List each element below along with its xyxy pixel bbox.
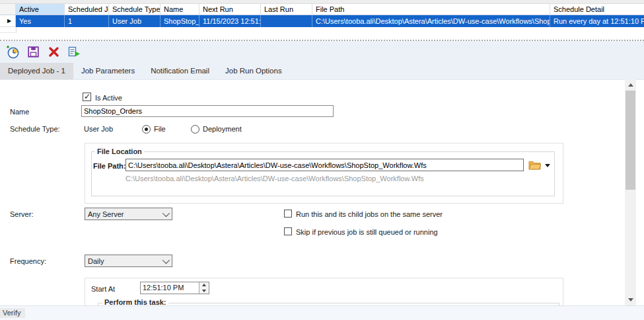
- cell-file-path: C:\Users\tooba.ali\Desktop\Astera\Articl…: [312, 15, 550, 27]
- cell-scheduled-job-id: 1: [65, 15, 109, 27]
- column-header-name[interactable]: Name: [161, 4, 199, 15]
- server-dropdown-value: Any Server: [88, 210, 124, 218]
- browse-dropdown-arrow-icon[interactable]: [545, 164, 550, 167]
- scheduled-jobs-grid: Active Scheduled Job Id Schedule Type Na…: [0, 0, 644, 40]
- scrollbar-down-arrow-icon[interactable]: [625, 294, 636, 305]
- column-header-active[interactable]: Active: [16, 4, 65, 15]
- delete-icon[interactable]: [46, 45, 61, 60]
- column-header-last-run[interactable]: Last Run: [261, 4, 312, 15]
- deployment-radio[interactable]: [191, 125, 199, 134]
- cell-last-run: [261, 15, 312, 27]
- vertical-scrollbar[interactable]: [625, 79, 636, 305]
- verify-status-label: Verify: [0, 308, 25, 318]
- spinner-down-button[interactable]: [199, 288, 209, 294]
- column-header-schedule-type[interactable]: Schedule Type: [109, 4, 161, 15]
- skip-if-queued-checkbox[interactable]: [284, 227, 292, 235]
- column-header-schedule-detail[interactable]: Schedule Detail: [550, 4, 644, 15]
- grid-empty-row-stub: [0, 27, 17, 33]
- file-path-input[interactable]: [125, 159, 524, 171]
- column-header-file-path[interactable]: File Path: [312, 4, 550, 15]
- spinner-up-button[interactable]: [199, 282, 209, 288]
- table-row-selected[interactable]: ▶ Yes 1 User Job ShopStop_Orders 11/15/2…: [0, 15, 644, 27]
- tab-notification-email[interactable]: Notification Email: [143, 63, 217, 79]
- detail-tabbar: Deployed Job - 1 Job Parameters Notifica…: [0, 63, 644, 79]
- start-at-label: Start At: [91, 285, 115, 293]
- same-server-checkbox-label: Run this and its child jobs on the same …: [296, 210, 443, 218]
- row-selector-arrow-icon: ▶: [0, 15, 16, 27]
- file-path-label: File Path:: [93, 162, 126, 170]
- name-label: Name: [10, 108, 29, 116]
- deployment-radio-label: Deployment: [203, 125, 242, 133]
- user-job-label: User Job: [84, 125, 113, 133]
- scrollbar-up-arrow-icon[interactable]: [625, 79, 636, 91]
- same-server-checkbox[interactable]: [284, 210, 292, 218]
- name-input[interactable]: [81, 105, 334, 117]
- frequency-dropdown[interactable]: Daily: [85, 255, 172, 267]
- server-label: Server:: [10, 210, 33, 218]
- scrollbar-thumb[interactable]: [626, 91, 635, 190]
- row-selector-header[interactable]: [0, 4, 16, 15]
- frequency-dropdown-value: Daily: [88, 257, 104, 265]
- deployed-job-panel: Is Active Name Schedule Type: User Job F…: [0, 79, 644, 306]
- chevron-down-icon: [162, 209, 170, 216]
- frequency-label: Frequency:: [10, 257, 46, 265]
- cell-next-run: 11/15/2023 12:51:10 PM: [199, 15, 261, 27]
- scheduler-toolbar: [0, 41, 644, 63]
- folder-browse-icon[interactable]: [528, 160, 541, 171]
- save-icon[interactable]: [26, 45, 40, 60]
- skip-if-queued-checkbox-label: Skip if previous job is still queued or …: [296, 228, 438, 236]
- cell-schedule-type: User Job: [109, 15, 161, 27]
- tab-job-run-options[interactable]: Job Run Options: [217, 63, 290, 79]
- server-dropdown[interactable]: Any Server: [85, 208, 172, 220]
- add-schedule-clock-icon[interactable]: [5, 45, 20, 60]
- file-path-echo: C:\Users\tooba.ali\Desktop\Astera\Articl…: [125, 175, 424, 182]
- file-browse-control: [528, 160, 550, 171]
- file-radio[interactable]: [142, 125, 151, 134]
- column-header-next-run[interactable]: Next Run: [199, 4, 261, 15]
- cell-active: Yes: [16, 15, 65, 27]
- tab-job-parameters[interactable]: Job Parameters: [73, 63, 143, 79]
- cell-schedule-detail: Run every day at 12:51:10 PM.: [550, 15, 644, 27]
- chevron-down-icon: [162, 256, 170, 263]
- run-job-icon[interactable]: [67, 45, 81, 60]
- file-radio-label: File: [154, 125, 166, 133]
- start-at-value: 12:51:10 PM: [141, 282, 199, 294]
- grid-header-row: Active Scheduled Job Id Schedule Type Na…: [0, 4, 644, 15]
- tab-deployed-job[interactable]: Deployed Job - 1: [0, 63, 73, 79]
- cell-name: ShopStop_Orders: [161, 15, 199, 27]
- column-header-scheduled-job-id[interactable]: Scheduled Job Id: [65, 4, 109, 15]
- is-active-checkbox[interactable]: [83, 93, 91, 101]
- start-at-time-field[interactable]: 12:51:10 PM: [140, 282, 209, 294]
- status-bar: Verify: [0, 305, 644, 320]
- file-location-legend: File Location: [95, 147, 144, 155]
- time-spinner: [199, 282, 209, 294]
- scheduler-window: Active Scheduled Job Id Schedule Type Na…: [0, 0, 644, 320]
- schedule-type-label: Schedule Type:: [10, 125, 60, 133]
- is-active-label: Is Active: [95, 94, 122, 102]
